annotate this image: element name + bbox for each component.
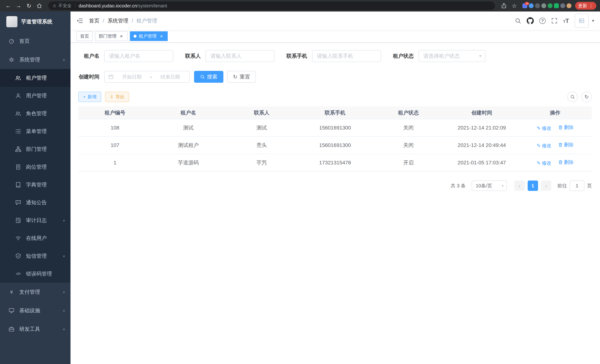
chevron-down-icon: ∨	[63, 219, 65, 222]
reset-button[interactable]: ↻ 重置	[227, 71, 256, 83]
search-icon[interactable]	[515, 18, 521, 24]
sidebar-item-tenant[interactable]: 租户管理	[0, 69, 71, 87]
sidebar-item-audit-log[interactable]: 审计日志 ∨	[0, 212, 71, 229]
sidebar-item-departments[interactable]: 部门管理	[0, 140, 71, 158]
reload-icon[interactable]: ↻	[25, 1, 33, 10]
sidebar-item-payment[interactable]: ¥ 支付管理 ∨	[0, 283, 71, 301]
date-range-picker[interactable]: 开始日期 - 结束日期	[104, 71, 190, 83]
sidebar-item-home[interactable]: 首页	[0, 32, 71, 50]
cell-created: 2021-12-14 21:02:09	[445, 119, 518, 137]
sidebar-item-sms[interactable]: 短信管理 ∨	[0, 247, 71, 265]
close-icon[interactable]: ×	[119, 34, 124, 39]
document-edit-icon	[15, 217, 21, 223]
sidebar-item-notice[interactable]: 通知公告	[0, 194, 71, 212]
extension-icon[interactable]	[529, 3, 534, 8]
delete-label: 删除	[564, 141, 574, 148]
edit-button[interactable]: ✎修改	[536, 160, 551, 166]
delete-button[interactable]: 删除	[558, 141, 574, 148]
app-title: 芋道管理系统	[21, 18, 52, 25]
sidebar-item-users[interactable]: 用户管理	[0, 87, 71, 105]
forward-icon[interactable]: →	[14, 1, 23, 10]
sidebar-item-label: 字典管理	[26, 181, 47, 188]
page-content: 租户名 联系人 联系手机 租户状态 请选择租户状态	[71, 43, 600, 364]
edit-label: 修改	[542, 142, 551, 149]
logo: 芋道管理系统	[0, 11, 71, 32]
sidebar-item-menus[interactable]: 菜单管理	[0, 122, 71, 140]
contact-input[interactable]	[206, 50, 275, 62]
close-icon[interactable]: ×	[159, 34, 164, 39]
help-icon[interactable]: ?	[539, 18, 546, 24]
chevron-down-icon: ∨	[63, 290, 65, 294]
tab-tenant[interactable]: 租户管理 ×	[130, 31, 168, 41]
collapse-sidebar-icon[interactable]	[76, 18, 83, 24]
sidebar-item-posts[interactable]: 岗位管理	[0, 158, 71, 176]
column-header: 租户名	[151, 106, 225, 119]
sidebar-item-devtools[interactable]: 研发工具 ∨	[0, 320, 71, 338]
cell-actions: ✎修改 删除	[519, 137, 592, 154]
mobile-input[interactable]	[312, 50, 381, 62]
extension-icon[interactable]	[535, 3, 540, 8]
chevron-up-icon: ∧	[63, 58, 65, 61]
navbar-actions: ? TT ▾	[515, 14, 594, 28]
breadcrumb-system[interactable]: 系统管理	[108, 17, 128, 24]
delete-button[interactable]: 删除	[558, 159, 574, 166]
tenant-name-input[interactable]	[104, 50, 173, 62]
next-page-button[interactable]: ›	[541, 180, 551, 191]
tab-department[interactable]: 部门管理 ×	[95, 31, 128, 41]
pagination-total: 共 3 条	[451, 183, 466, 189]
font-size-icon[interactable]: TT	[563, 18, 569, 24]
avatar[interactable]	[575, 14, 589, 28]
fullscreen-icon[interactable]	[551, 18, 558, 24]
browser-update-button[interactable]: 更新 ⋮	[575, 2, 596, 10]
tab-home[interactable]: 首页	[76, 31, 93, 41]
delete-button[interactable]: 删除	[558, 124, 574, 131]
address-bar[interactable]: ⚠ 不安全 dashboard.yudao.iocoder.cn/system/…	[48, 1, 495, 10]
cell-phone: 15601691300	[298, 137, 372, 154]
chevron-down-icon: ∨	[63, 254, 65, 258]
extension-icon[interactable]	[548, 3, 553, 8]
breadcrumb-separator: /	[132, 18, 133, 24]
status-select[interactable]: 请选择租户状态 ▾	[419, 50, 485, 62]
show-search-button[interactable]	[567, 92, 578, 102]
cell-contact: 芋艿	[225, 154, 298, 171]
extension-icon[interactable]: 10	[523, 3, 527, 8]
current-page-button[interactable]: 1	[528, 180, 538, 191]
filter-contact: 联系人	[185, 50, 275, 62]
sidebar-item-infrastructure[interactable]: 基础设施 ∨	[0, 301, 71, 320]
sidebar-item-error-codes[interactable]: </> 错误码管理	[0, 265, 71, 283]
select-placeholder: 请选择租户状态	[423, 53, 460, 60]
caret-down-icon: ▾	[479, 54, 481, 58]
extension-icon[interactable]	[560, 3, 565, 8]
profile-avatar-icon[interactable]	[567, 3, 572, 8]
refresh-table-button[interactable]: ↻	[581, 92, 592, 102]
cell-contact: 测试	[225, 119, 298, 137]
add-button[interactable]: + 新增	[78, 92, 101, 102]
edit-button[interactable]: ✎修改	[536, 125, 551, 131]
breadcrumb-home[interactable]: 首页	[89, 17, 99, 24]
pagination: 共 3 条 10条/页 ▾ ‹ 1 › 前往 页	[78, 180, 592, 191]
export-button[interactable]: ⇩ 导出	[105, 92, 129, 102]
extension-icon[interactable]	[541, 3, 546, 8]
browser-menu-icon[interactable]: ⋮	[589, 3, 593, 8]
sidebar-item-system[interactable]: 系统管理 ∧	[0, 50, 71, 69]
share-icon[interactable]	[499, 1, 508, 10]
page-size-select[interactable]: 10条/页 ▾	[472, 180, 507, 191]
github-icon[interactable]	[527, 17, 534, 24]
prev-page-button[interactable]: ‹	[514, 180, 525, 191]
extension-icon[interactable]	[554, 3, 559, 8]
table-row: 107 测试租户 秃头 15601691300 关闭 2021-12-14 20…	[78, 137, 592, 154]
date-range-separator: -	[150, 74, 152, 80]
sidebar-item-roles[interactable]: 角色管理	[0, 105, 71, 122]
font-size-small: T	[563, 19, 565, 24]
back-icon[interactable]: ←	[4, 1, 13, 10]
sidebar-item-dict[interactable]: 字典管理	[0, 176, 71, 194]
search-button[interactable]: 搜索	[194, 71, 223, 83]
caret-down-icon[interactable]: ▾	[592, 18, 594, 23]
trash-icon	[558, 142, 563, 147]
bookmark-star-icon[interactable]: ☆	[510, 1, 519, 10]
edit-button[interactable]: ✎修改	[536, 142, 551, 149]
sidebar-item-online-users[interactable]: 在线用户	[0, 229, 71, 247]
goto-page-input[interactable]	[570, 180, 584, 191]
cell-tenant-id: 1	[78, 154, 151, 171]
home-icon[interactable]	[35, 1, 44, 10]
